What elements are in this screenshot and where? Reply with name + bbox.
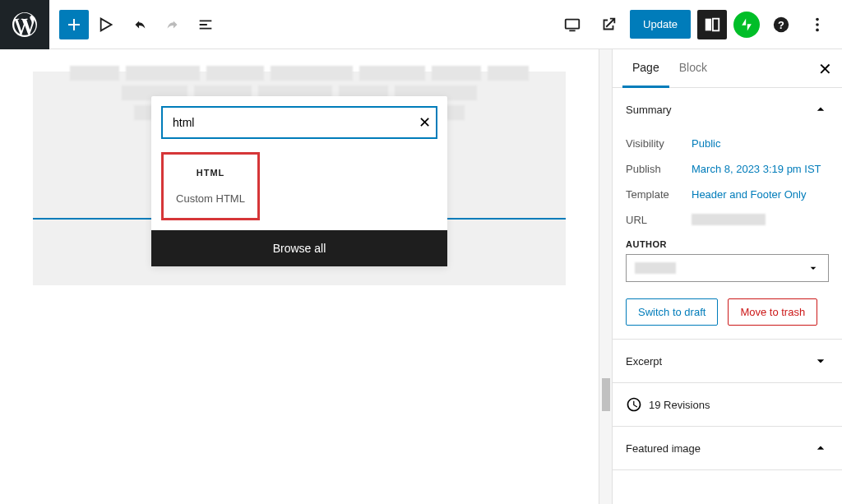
svg-rect-0 <box>566 19 580 28</box>
revisions-link[interactable]: 19 Revisions <box>613 383 842 427</box>
add-block-button[interactable] <box>59 10 89 39</box>
chevron-up-icon <box>812 440 829 456</box>
editor-canvas[interactable]: ✕ HTML Custom HTML Browse all <box>0 49 599 504</box>
svg-point-7 <box>816 28 819 31</box>
publish-value[interactable]: March 8, 2023 3:19 pm IST <box>692 163 829 175</box>
tab-block[interactable]: Block <box>669 49 717 87</box>
tab-page[interactable]: Page <box>622 49 669 88</box>
publish-label: Publish <box>626 163 692 175</box>
excerpt-panel-header[interactable]: Excerpt <box>613 340 842 382</box>
svg-rect-1 <box>706 18 711 30</box>
html-block-icon: HTML <box>170 168 251 178</box>
redo-icon <box>158 10 187 39</box>
visibility-value[interactable]: Public <box>692 137 829 150</box>
document-overview-icon[interactable] <box>191 10 220 39</box>
help-icon[interactable]: ? <box>766 10 796 39</box>
editor-scrollbar[interactable] <box>599 49 612 504</box>
chevron-down-icon <box>812 353 829 369</box>
summary-title: Summary <box>626 104 672 116</box>
custom-html-block-option[interactable]: HTML Custom HTML <box>161 152 260 220</box>
svg-text:?: ? <box>778 18 784 30</box>
jetpack-icon[interactable] <box>733 12 760 38</box>
template-label: Template <box>626 188 692 201</box>
author-select[interactable] <box>626 254 829 282</box>
block-inserter-popover: ✕ HTML Custom HTML Browse all <box>151 96 447 266</box>
revisions-text: 19 Revisions <box>649 399 710 411</box>
update-button[interactable]: Update <box>630 10 691 39</box>
switch-to-draft-button[interactable]: Switch to draft <box>626 298 718 326</box>
clear-search-icon[interactable]: ✕ <box>419 113 431 132</box>
tools-icon[interactable] <box>92 10 122 39</box>
template-value[interactable]: Header and Footer Only <box>692 188 829 201</box>
browse-all-button[interactable]: Browse all <box>151 230 447 266</box>
close-sidebar-icon[interactable]: ✕ <box>818 59 832 79</box>
visibility-label: Visibility <box>626 137 692 150</box>
block-label: Custom HTML <box>170 192 251 205</box>
chevron-down-icon <box>807 261 820 275</box>
settings-panel-toggle[interactable] <box>697 10 727 39</box>
svg-point-6 <box>816 23 819 26</box>
featured-image-title: Featured image <box>626 442 701 455</box>
svg-point-5 <box>816 17 819 21</box>
author-label: AUTHOR <box>626 239 829 249</box>
more-options-icon[interactable] <box>803 10 832 39</box>
revisions-icon <box>626 396 642 413</box>
excerpt-title: Excerpt <box>626 355 662 368</box>
move-to-trash-button[interactable]: Move to trash <box>728 298 817 326</box>
undo-icon[interactable] <box>125 10 155 39</box>
view-device-icon[interactable] <box>557 10 587 39</box>
external-link-icon[interactable] <box>594 10 623 39</box>
wordpress-logo[interactable] <box>0 0 49 49</box>
url-label: URL <box>626 214 692 226</box>
svg-rect-2 <box>713 18 719 30</box>
url-value[interactable] <box>692 214 829 225</box>
chevron-up-icon <box>812 101 829 118</box>
summary-panel-header[interactable]: Summary <box>613 88 842 131</box>
inserter-search-input[interactable] <box>161 106 437 139</box>
featured-image-panel-header[interactable]: Featured image <box>613 427 842 469</box>
settings-sidebar: Page Block ✕ Summary Visibility Public P… <box>612 49 842 504</box>
